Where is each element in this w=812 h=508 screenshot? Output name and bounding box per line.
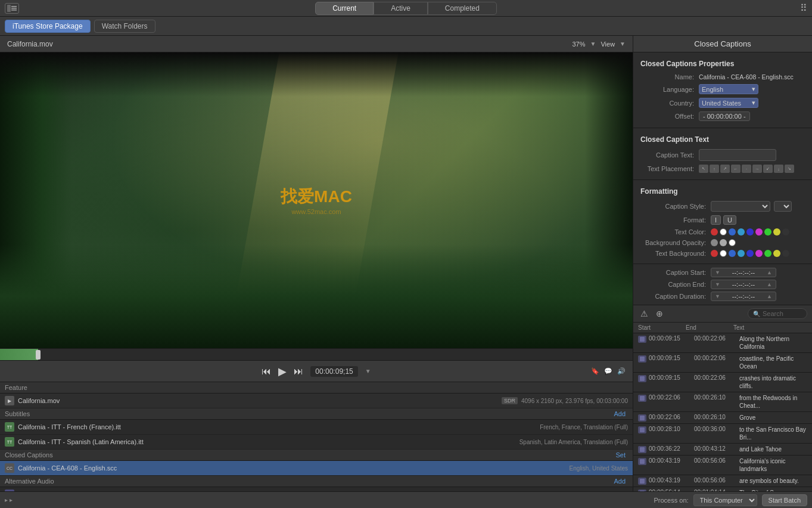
top-bar-left (5, 3, 19, 14)
cc-meta-0: English, United States (570, 465, 628, 472)
timeline-bar[interactable] (0, 348, 633, 360)
color-purple[interactable] (755, 228, 763, 236)
caption-text-row: Caption Text: (633, 147, 812, 163)
caption-row[interactable]: 00:00:43:19 00:00:56:06 are symbols of b… (633, 475, 812, 487)
tbg-white[interactable] (720, 250, 727, 257)
color-green[interactable] (764, 228, 771, 236)
file-list: Feature ▶ California.mov SDR 4096 x 2160… (0, 382, 633, 491)
caption-end-field[interactable]: ▼ --:--:--:-- ▲ (711, 280, 776, 289)
warning-icon[interactable]: ⚠ (638, 308, 650, 320)
tbg-blue1[interactable] (729, 250, 736, 257)
placement-br[interactable]: ↘ (785, 165, 794, 173)
placement-bc[interactable]: ↓ (774, 165, 783, 173)
svg-rect-0 (7, 5, 11, 12)
caption-row[interactable]: 00:00:28:10 00:00:36:00 to the San Franc… (633, 424, 812, 444)
cc-item-0[interactable]: CC California - CEA-608 - English.scc En… (0, 461, 633, 476)
caption-row[interactable]: 00:00:56:14 00:01:04:14 The City of San … (633, 487, 812, 491)
right-panel: Closed Captions Closed Captions Properti… (633, 36, 812, 491)
color-yellow[interactable] (773, 228, 780, 236)
audio-add-btn[interactable]: Add (611, 478, 628, 485)
tbg-yellow[interactable] (773, 250, 780, 257)
color-red[interactable] (711, 228, 718, 236)
comment-icon[interactable]: 💬 (604, 367, 612, 375)
tbg-purple[interactable] (755, 250, 763, 257)
tbg-red[interactable] (711, 250, 718, 257)
placement-mc[interactable]: · (742, 165, 751, 173)
caption-end-3: 00:00:26:10 (694, 394, 739, 401)
tbg-blue3[interactable] (746, 250, 754, 257)
subtitle-item-0[interactable]: TT California - ITT - French (France).it… (0, 420, 633, 435)
caption-row[interactable]: 00:00:22:06 00:00:26:10 Grove (633, 412, 812, 424)
color-white[interactable] (720, 228, 727, 236)
text-bg-label: Text Background: (640, 250, 706, 257)
add-caption-icon[interactable]: ⊕ (654, 308, 665, 320)
color-black[interactable] (782, 228, 789, 236)
cc-set-btn[interactable]: Set (613, 451, 628, 459)
subtitle-item-1[interactable]: TT California - ITT - Spanish (Latin Ame… (0, 435, 633, 450)
caption-duration-field[interactable]: ▼ --:--:--:-- ▲ (711, 292, 776, 301)
caption-row[interactable]: 00:00:43:19 00:00:56:06 California's ico… (633, 456, 812, 475)
caption-row[interactable]: 00:00:09:15 00:00:22:06 Along the Northe… (633, 333, 812, 353)
color-blue1[interactable] (729, 228, 736, 236)
country-select[interactable]: United States▾ (699, 98, 758, 108)
watch-folders-btn[interactable]: Watch Folders (94, 20, 155, 33)
itunes-store-btn[interactable]: iTunes Store Package (5, 20, 91, 33)
placement-mr[interactable]: → (752, 165, 762, 173)
color-blue3[interactable] (746, 228, 754, 236)
placement-tc[interactable]: ↑ (710, 165, 719, 173)
volume-icon[interactable]: 🔊 (617, 367, 626, 375)
caption-start-field[interactable]: ▼ --:--:--:-- ▲ (711, 268, 776, 277)
tbg-black[interactable] (782, 250, 789, 257)
placement-tr[interactable]: ↗ (720, 165, 730, 173)
language-select[interactable]: English▾ (699, 84, 758, 94)
subtitles-add-btn[interactable]: Add (611, 410, 628, 417)
feature-item[interactable]: ▶ California.mov SDR 4096 x 2160 px, 23.… (0, 394, 633, 408)
skip-back-btn[interactable]: ⏮ (262, 366, 271, 377)
format-row: Format: I U (633, 213, 812, 227)
subtitles-section-header: Subtitles Add (0, 408, 633, 420)
view-btn[interactable]: View (601, 41, 615, 48)
caption-row[interactable]: 00:00:36:22 00:00:43:12 and Lake Tahoe (633, 444, 812, 456)
caption-row[interactable]: 00:00:22:06 00:00:26:10 from the Redwood… (633, 392, 812, 412)
placement-ml[interactable]: ← (731, 165, 741, 173)
caption-text-input[interactable] (699, 149, 776, 161)
audio-section-header: Alternative Audio Add (0, 476, 633, 487)
italic-btn[interactable]: I (711, 215, 721, 225)
opacity-gray[interactable] (711, 239, 718, 246)
start-batch-btn[interactable]: Start Batch (762, 494, 807, 506)
play-btn[interactable]: ▶ (278, 365, 287, 378)
caption-style-label: Caption Style: (640, 203, 706, 210)
opacity-light[interactable] (720, 239, 727, 246)
placement-tl[interactable]: ↖ (699, 165, 708, 173)
tab-completed[interactable]: Completed (428, 2, 497, 15)
caption-style-select2[interactable] (774, 201, 792, 212)
caption-row[interactable]: 00:00:09:15 00:00:22:06 coastline, the P… (633, 353, 812, 373)
cc-icon-0: CC (5, 463, 14, 473)
tab-active[interactable]: Active (374, 2, 428, 15)
language-label: Language: (640, 86, 694, 93)
time-display[interactable]: 00:00:09;15 (310, 366, 357, 377)
tbg-blue2[interactable] (738, 250, 745, 257)
svg-rect-1 (11, 6, 17, 7)
placement-bl[interactable]: ↙ (763, 165, 773, 173)
sidebar-toggle[interactable] (5, 3, 19, 14)
process-select[interactable]: This Computer (693, 494, 757, 506)
caption-icon-5 (638, 426, 646, 433)
timeline-thumb[interactable] (36, 350, 41, 360)
grid-icon[interactable]: ⠿ (800, 3, 807, 13)
opacity-white[interactable] (729, 239, 736, 246)
caption-style-select[interactable] (711, 201, 770, 212)
subtitles-label: Subtitles (5, 410, 30, 417)
tab-current[interactable]: Current (315, 2, 374, 15)
offset-field[interactable]: - 00:00:00:00 - (699, 111, 750, 121)
language-row: Language: English▾ (633, 82, 812, 96)
caption-duration-label: Caption Duration: (640, 293, 706, 300)
audio-item-0[interactable]: ♪ California Audio Description - French … (0, 487, 633, 491)
color-blue2[interactable] (738, 228, 745, 236)
tbg-green[interactable] (764, 250, 771, 257)
bookmark-icon[interactable]: 🔖 (591, 367, 599, 375)
underline-btn[interactable]: U (723, 215, 736, 225)
search-box[interactable]: 🔍 Search (748, 308, 807, 319)
skip-forward-btn[interactable]: ⏭ (294, 366, 303, 377)
caption-row[interactable]: 00:00:09:15 00:00:22:06 crashes into dra… (633, 373, 812, 392)
